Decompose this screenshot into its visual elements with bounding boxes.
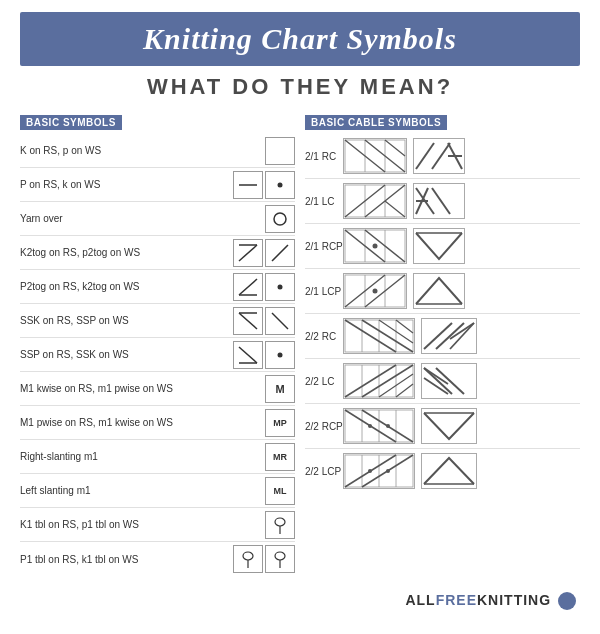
basic-symbols-label: BASIC SYMBOLS <box>20 115 122 130</box>
table-row: P on RS, k on WS <box>20 168 295 202</box>
symbol-circle <box>265 205 295 233</box>
cable-22rc-grid <box>343 318 415 354</box>
symbol-p2tog <box>233 273 263 301</box>
svg-point-45 <box>373 289 378 294</box>
table-row: P2tog on RS, k2tog on WS <box>20 270 295 304</box>
footer-text-all: ALL <box>405 592 435 608</box>
table-row: 2/1 LCP <box>305 269 580 314</box>
footer: ALLFREEKNITTING <box>0 586 600 618</box>
cable-22lcp-grid <box>343 453 415 489</box>
svg-line-12 <box>239 347 257 363</box>
cable-21rcp-grid <box>343 228 407 264</box>
symbol-dot2 <box>265 273 295 301</box>
table-row: 2/1 RCP <box>305 224 580 269</box>
svg-line-6 <box>239 279 257 295</box>
knitting-icon <box>558 592 576 610</box>
svg-point-19 <box>275 552 285 560</box>
svg-line-54 <box>396 320 413 333</box>
svg-line-26 <box>385 140 405 156</box>
cable-22lc-symbol <box>421 363 477 399</box>
svg-line-66 <box>396 384 413 397</box>
cable-22rc-symbol <box>421 318 477 354</box>
svg-point-38 <box>373 244 378 249</box>
svg-rect-27 <box>345 185 405 217</box>
cable-21rcp-symbol <box>413 228 465 264</box>
cable-22rcp-symbol <box>421 408 477 444</box>
symbol-k2tog <box>233 239 263 267</box>
table-row: M1 kwise on RS, m1 pwise on WS M <box>20 372 295 406</box>
table-row: Right-slanting m1 MR <box>20 440 295 474</box>
cable-21lc-grid <box>343 183 407 219</box>
svg-line-56 <box>436 323 464 349</box>
table-row: K2tog on RS, p2tog on WS <box>20 236 295 270</box>
symbol-dot3 <box>265 341 295 369</box>
svg-line-68 <box>436 368 464 394</box>
svg-line-5 <box>272 245 288 261</box>
cable-22rcp-grid <box>343 408 415 444</box>
symbol-empty <box>265 137 295 165</box>
svg-point-86 <box>368 469 372 473</box>
footer-text-free: FREE <box>436 592 477 608</box>
symbol-loop2 <box>233 545 263 573</box>
table-row: SSK on RS, SSP on WS <box>20 304 295 338</box>
header-title: Knitting Chart Symbols <box>40 22 560 56</box>
table-row: 2/1 LC <box>305 179 580 224</box>
symbol-MP: MP <box>265 409 295 437</box>
subtitle: WHAT DO THEY MEAN? <box>0 74 600 100</box>
cable-symbols-label: BASIC CABLE SYMBOLS <box>305 115 447 130</box>
cable-symbols-section: BASIC CABLE SYMBOLS 2/1 RC <box>305 112 580 576</box>
svg-point-87 <box>386 469 390 473</box>
cable-21rc-grid <box>343 138 407 174</box>
cable-21lc-symbol <box>413 183 465 219</box>
svg-point-1 <box>278 182 283 187</box>
table-row: P1 tbl on RS, k1 tbl on WS <box>20 542 295 576</box>
symbol-slash <box>265 239 295 267</box>
svg-line-11 <box>272 313 288 329</box>
svg-line-3 <box>239 245 257 261</box>
table-row: 2/2 LCP <box>305 449 580 493</box>
cable-22lc-grid <box>343 363 415 399</box>
cable-21lcp-grid <box>343 273 407 309</box>
symbol-ML: ML <box>265 477 295 505</box>
symbol-M: M <box>265 375 295 403</box>
svg-point-2 <box>274 213 286 225</box>
symbol-loop <box>265 511 295 539</box>
cable-21lcp-symbol <box>413 273 465 309</box>
symbol-ssk <box>233 307 263 335</box>
svg-point-14 <box>278 352 283 357</box>
table-row: 2/2 RCP <box>305 404 580 449</box>
svg-point-78 <box>386 424 390 428</box>
svg-point-8 <box>278 284 283 289</box>
cable-21rc-symbol <box>413 138 465 174</box>
symbol-hline <box>233 171 263 199</box>
table-row: SSP on RS, SSK on WS <box>20 338 295 372</box>
svg-line-55 <box>424 323 452 349</box>
svg-rect-21 <box>345 140 405 172</box>
table-row: K on RS, p on WS <box>20 134 295 168</box>
svg-point-17 <box>243 552 253 560</box>
header-banner: Knitting Chart Symbols <box>20 12 580 66</box>
table-row: K1 tbl on RS, p1 tbl on WS <box>20 508 295 542</box>
svg-point-77 <box>368 424 372 428</box>
svg-point-15 <box>275 518 285 526</box>
symbol-dot <box>265 171 295 199</box>
symbol-ssp <box>233 341 263 369</box>
table-row: 2/1 RC <box>305 134 580 179</box>
table-row: Left slanting m1 ML <box>20 474 295 508</box>
symbol-MR: MR <box>265 443 295 471</box>
svg-line-9 <box>239 313 257 329</box>
symbol-loop3 <box>265 545 295 573</box>
basic-symbols-section: BASIC SYMBOLS K on RS, p on WS P on RS, … <box>20 112 295 576</box>
table-row: M1 pwise on RS, m1 kwise on WS MP <box>20 406 295 440</box>
svg-line-32 <box>385 201 405 217</box>
table-row: 2/2 LC <box>305 359 580 404</box>
cable-22lcp-symbol <box>421 453 477 489</box>
table-row: 2/2 RC <box>305 314 580 359</box>
symbol-backslash <box>265 307 295 335</box>
table-row: Yarn over <box>20 202 295 236</box>
footer-text-knitting: KNITTING <box>477 592 551 608</box>
